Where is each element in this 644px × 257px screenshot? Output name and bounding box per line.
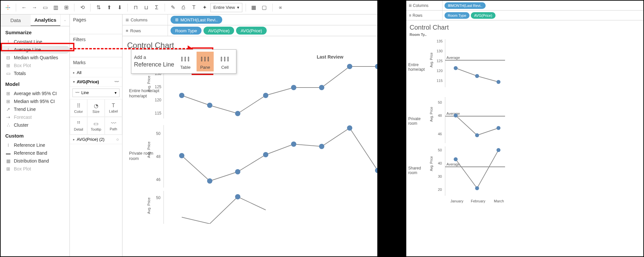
totals-icon[interactable]: Σ <box>152 3 161 12</box>
marks-avg-price-2[interactable]: ▸AVG(Price) (2)○ <box>70 135 122 144</box>
r-chart-title[interactable]: Control Chart <box>406 20 643 33</box>
text-icon[interactable]: T <box>189 3 199 12</box>
svg-text:Average: Average <box>446 162 460 166</box>
svg-text:46: 46 <box>156 177 161 182</box>
drop-target-cell[interactable]: ⫿⫿⫿Cell <box>216 52 233 71</box>
filters-shelf[interactable]: Filters <box>70 34 122 57</box>
ungroup-icon[interactable]: ⊔ <box>142 3 151 12</box>
refband-icon: ▬ <box>5 150 11 156</box>
svg-point-77 <box>454 157 458 161</box>
analytics-cluster[interactable]: ∴Cluster <box>1 121 69 129</box>
tab-analytics[interactable]: Analytics <box>31 14 61 26</box>
new-data-icon[interactable]: ▥ <box>51 3 60 12</box>
svg-point-16 <box>235 111 240 116</box>
svg-text:50: 50 <box>156 131 161 136</box>
presentation-icon[interactable]: ▢ <box>260 3 269 12</box>
analytics-totals[interactable]: ▭Totals <box>1 69 69 77</box>
svg-text:125: 125 <box>155 85 161 89</box>
marks-detail[interactable]: ⠛Detail <box>70 117 87 135</box>
analytics-ref-band[interactable]: ▬Reference Band <box>1 149 69 157</box>
size-icon: ◔ <box>94 103 98 109</box>
drop-target-table[interactable]: ⫿⫿⫿Table <box>177 52 194 71</box>
analytics-med-95ci[interactable]: ⊞Median with 95% CI <box>1 97 69 105</box>
ci-icon: ⊞ <box>5 99 11 104</box>
sort-asc-icon[interactable]: ⬆ <box>104 3 114 12</box>
marks-color[interactable]: ⠿Color <box>70 99 87 117</box>
svg-text:120: 120 <box>155 98 161 102</box>
svg-point-15 <box>207 103 212 108</box>
svg-point-14 <box>179 93 184 98</box>
new-sheet-icon[interactable]: ⊞ <box>62 3 71 12</box>
svg-point-53 <box>475 74 479 78</box>
svg-text:room: room <box>408 170 417 175</box>
r-room-type-header: Room Ty.. <box>406 33 643 38</box>
forecast-icon: ⇢ <box>5 115 11 120</box>
svg-text:home/apt: home/apt <box>129 93 147 98</box>
refresh-icon[interactable]: ⟲ <box>78 3 87 12</box>
svg-text:Avg. Price: Avg. Price <box>430 107 433 122</box>
svg-point-64 <box>454 114 458 117</box>
marks-label[interactable]: TLabel <box>105 99 122 117</box>
marks-all[interactable]: ▸All <box>70 68 122 77</box>
clip-icon[interactable]: ⎙ <box>179 3 188 12</box>
totals-icon: ▭ <box>5 71 11 76</box>
group-icon[interactable]: ⊓ <box>131 3 140 12</box>
svg-point-65 <box>475 133 479 137</box>
svg-point-4 <box>8 7 9 8</box>
detail-icon: ⠛ <box>77 120 81 127</box>
r-pill-avg-price[interactable]: AVG(Price) <box>471 12 496 19</box>
svg-point-35 <box>347 125 352 131</box>
right-chart[interactable]: Entire home/apt Avg. Price 135 130 125 1… <box>406 38 643 248</box>
main-chart[interactable]: Last Review Entire home/apt home/apt Avg… <box>122 53 377 224</box>
svg-text:room: room <box>408 121 417 126</box>
mark-type-dropdown[interactable]: 〰Line▾ <box>72 89 120 97</box>
separator-gap <box>378 0 406 257</box>
marks-avg-price[interactable]: ▾AVG(Price)〰 <box>70 77 122 87</box>
analytics-dist-band[interactable]: ▦Distribution Band <box>1 157 69 165</box>
svg-text:46: 46 <box>438 132 442 136</box>
drop-target-pane[interactable]: ⫿⫿⫿Pane <box>197 52 214 71</box>
analytics-average-line[interactable]: ⁝Average Line <box>1 46 69 54</box>
svg-point-52 <box>454 66 458 70</box>
pages-shelf[interactable]: Pages <box>70 14 122 34</box>
sort-desc-icon[interactable]: ⬇ <box>115 3 124 12</box>
swap-icon[interactable]: ⇅ <box>94 3 103 12</box>
svg-text:Avg. Price: Avg. Price <box>147 197 151 214</box>
svg-text:Shared: Shared <box>408 166 421 170</box>
view-fit-dropdown[interactable]: Entire View▾ <box>210 3 242 12</box>
share-icon[interactable]: ∝ <box>276 3 285 12</box>
marks-size[interactable]: ◔Size <box>87 99 105 117</box>
analytics-ref-line[interactable]: ⁞Reference Line <box>1 141 69 149</box>
analytics-median-quartiles[interactable]: ⊟Median with Quartiles <box>1 54 69 62</box>
svg-point-2 <box>9 7 10 8</box>
marks-tooltip[interactable]: ▭Tooltip <box>87 117 105 135</box>
tab-data[interactable]: Data <box>1 14 31 26</box>
sidebar-pin-icon[interactable]: ◦ <box>60 14 69 26</box>
average-line-icon: ⁝ <box>5 47 11 52</box>
marks-path[interactable]: 〰Path <box>105 117 122 135</box>
pill-month[interactable]: ⊞MONTH(Last Revi.. <box>171 16 222 24</box>
pin-icon[interactable]: ✦ <box>200 3 209 12</box>
forward-arrow-icon[interactable]: → <box>30 3 39 12</box>
r-pill-room-type[interactable]: Room Type <box>444 12 470 19</box>
save-icon[interactable]: ▭ <box>40 3 50 12</box>
pill-avg-price-1[interactable]: AVG(Price) <box>203 27 234 35</box>
analytics-avg-95ci[interactable]: ⊞Average with 95% CI <box>1 90 69 97</box>
constant-line-icon: ⁞ <box>5 39 11 44</box>
svg-point-30 <box>207 178 212 184</box>
highlight-icon[interactable]: ✎ <box>168 3 177 12</box>
analytics-trend-line[interactable]: ↗Trend Line <box>1 105 69 113</box>
analytics-constant-line[interactable]: ⁞Constant Line <box>1 38 69 46</box>
section-summarize: Summarize <box>1 26 69 37</box>
svg-text:120: 120 <box>437 69 443 73</box>
pill-avg-price-2[interactable]: AVG(Price) <box>236 27 267 35</box>
svg-text:Avg. Price: Avg. Price <box>147 141 151 158</box>
show-me-icon[interactable]: ▦ <box>249 3 258 12</box>
svg-point-79 <box>496 148 500 152</box>
analytics-sidebar: Data Analytics ◦ Summarize ⁞Constant Lin… <box>1 14 70 256</box>
pill-room-type[interactable]: Room Type <box>171 27 201 35</box>
svg-text:40: 40 <box>438 161 442 165</box>
r-pill-month[interactable]: ⊞ MONTH(Last Revi.. <box>444 2 486 9</box>
logo-icon[interactable] <box>3 3 13 12</box>
back-arrow-icon[interactable]: ← <box>19 3 29 12</box>
